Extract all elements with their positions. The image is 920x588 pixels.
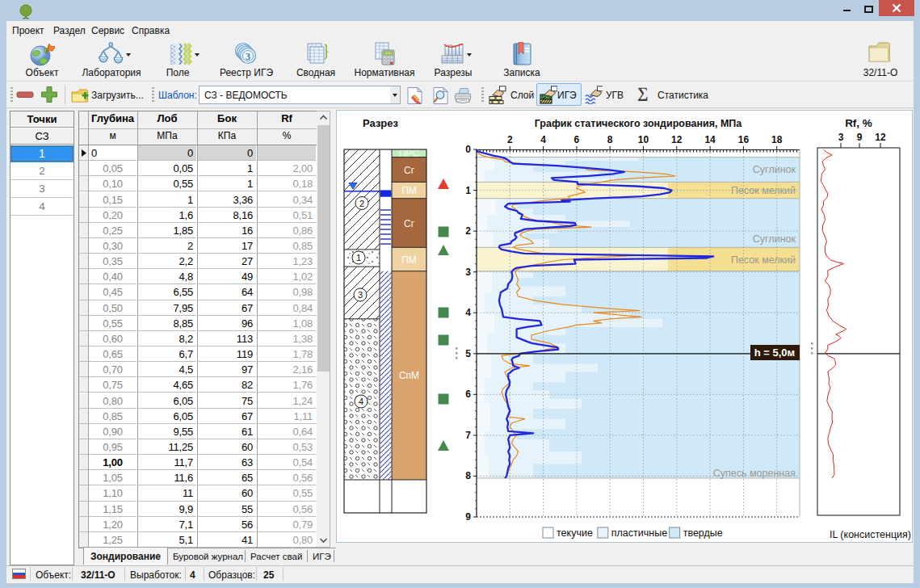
svg-text:3: 3 [465,267,471,278]
svg-text:твердые: твердые [683,527,723,539]
svg-text:4: 4 [359,397,363,406]
svg-text:СпМ: СпМ [399,370,419,381]
svg-text:8: 8 [607,134,613,145]
svg-text:1: 1 [356,253,361,262]
svg-text:Сг: Сг [404,165,415,176]
svg-text:График статического зондирован: График статического зондирования, МПа [535,118,743,129]
svg-text:Разрез: Разрез [363,117,399,129]
svg-text:6: 6 [574,134,580,145]
svg-text:9: 9 [857,132,863,143]
svg-text:текучие: текучие [557,527,593,539]
svg-text:Суглинок: Суглинок [753,164,796,175]
svg-text:Супесь моренная: Супесь моренная [713,468,796,479]
svg-text:ПМ: ПМ [401,254,417,266]
svg-text:1: 1 [465,185,471,196]
svg-text:h = 5,0м: h = 5,0м [754,346,795,359]
svg-text:2: 2 [507,134,513,145]
svg-text:3: 3 [246,51,250,62]
svg-text:16: 16 [738,134,750,145]
svg-text:Суглинок: Суглинок [753,233,796,245]
svg-text:10: 10 [638,134,649,145]
svg-text:14: 14 [704,134,716,145]
svg-text:3: 3 [358,290,363,300]
svg-text:3: 3 [838,132,844,143]
svg-text:Песок мелкий: Песок мелкий [731,254,796,266]
svg-text:7: 7 [465,430,471,441]
svg-text:4: 4 [540,134,546,145]
svg-text:12: 12 [671,134,683,145]
svg-text:12: 12 [875,132,886,143]
svg-text:ПМ: ПМ [401,185,417,196]
svg-text:6: 6 [465,388,471,400]
svg-text:Песок мелкий: Песок мелкий [731,185,796,196]
svg-text:8: 8 [465,470,471,481]
svg-text:Rf, %: Rf, % [845,117,872,129]
svg-text:пластичные: пластичные [611,527,667,539]
svg-text:5: 5 [465,348,471,359]
svg-text:0: 0 [465,144,471,155]
svg-text:9: 9 [465,511,471,523]
svg-text:18: 18 [771,134,783,145]
svg-text:IL (консистенция): IL (консистенция) [830,529,911,540]
svg-text:4: 4 [465,307,471,318]
svg-text:2: 2 [359,199,364,208]
svg-text:Сг: Сг [404,218,415,229]
svg-text:2: 2 [465,225,471,237]
